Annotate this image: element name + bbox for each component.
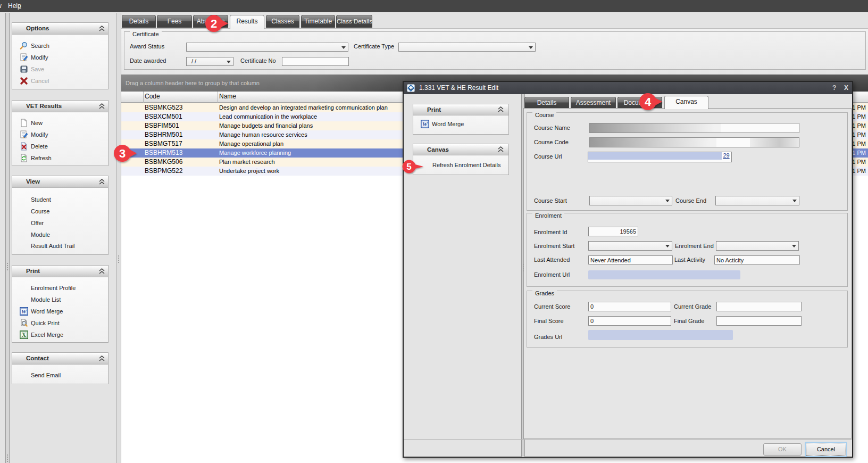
svg-text:4: 4 xyxy=(645,95,652,109)
svg-text:W: W xyxy=(422,121,428,127)
svg-text:3: 3 xyxy=(119,147,126,160)
svg-text:X: X xyxy=(22,332,27,338)
svg-text:W: W xyxy=(21,308,27,315)
svg-text:5: 5 xyxy=(406,162,411,172)
svg-text:2: 2 xyxy=(211,17,217,30)
